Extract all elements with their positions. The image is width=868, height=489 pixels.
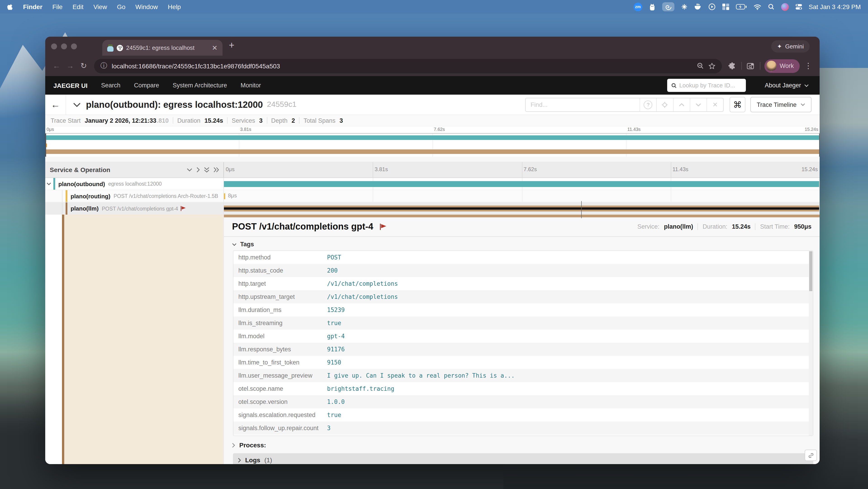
- collapse-span-chevron[interactable]: [46, 182, 51, 185]
- menubar-item-file[interactable]: File: [53, 3, 63, 10]
- sidebar-search-icon[interactable]: [744, 59, 757, 73]
- next-result-icon[interactable]: [690, 98, 707, 111]
- focus-span-icon[interactable]: [656, 98, 673, 111]
- menubar-clock[interactable]: Sat Jan 3 4:29 PM: [809, 3, 861, 10]
- back-to-search-button[interactable]: ←: [45, 95, 66, 115]
- browser-tab[interactable]: 24559c1: egress localhost ✕: [102, 40, 222, 56]
- tag-key: llm.duration_ms: [238, 307, 327, 313]
- trace-view-selector[interactable]: Trace Timeline: [750, 97, 811, 112]
- menubar-app-name[interactable]: Finder: [23, 3, 42, 10]
- span-row-outbound[interactable]: plano(outbound) egress localhost:12000: [45, 178, 819, 190]
- trace-id-lookup[interactable]: [667, 79, 746, 92]
- zoom-window-button[interactable]: [71, 44, 77, 49]
- battery-icon[interactable]: [736, 2, 747, 11]
- control-center-icon[interactable]: [796, 2, 802, 11]
- profile-label: Work: [780, 62, 794, 69]
- wifi-icon[interactable]: [753, 2, 761, 11]
- tag-row[interactable]: llm.response_bytes91176: [234, 343, 813, 356]
- zoom-app-icon[interactable]: zm: [634, 2, 642, 11]
- tag-row[interactable]: llm.user_message_previewI give up. Can I…: [234, 369, 813, 382]
- docker-status-icon[interactable]: [694, 2, 702, 11]
- nav-system-architecture[interactable]: System Architecture: [173, 82, 227, 89]
- new-tab-button[interactable]: +: [229, 40, 235, 51]
- keyboard-shortcuts-button[interactable]: ⌘: [730, 97, 745, 112]
- site-info-icon[interactable]: ⓘ: [100, 62, 107, 70]
- tag-row[interactable]: otel.scope.namebrightstaff.tracing: [234, 382, 813, 395]
- address-bar[interactable]: ⓘ localhost:16686/trace/24559c1fc313bc1e…: [94, 59, 722, 73]
- tick-label: 3.81s: [375, 166, 388, 173]
- prev-result-icon[interactable]: [673, 98, 690, 111]
- logs-section-toggle[interactable]: Logs (1): [233, 453, 813, 464]
- reload-button[interactable]: ↻: [77, 59, 90, 73]
- find-help-icon[interactable]: ?: [640, 98, 656, 111]
- zoom-out-icon[interactable]: [697, 62, 704, 69]
- spiral-status-icon[interactable]: [662, 2, 674, 11]
- llama-status-icon[interactable]: [649, 2, 655, 11]
- span-bar-llm[interactable]: [224, 206, 819, 211]
- jaeger-brand[interactable]: JAEGER UI: [53, 82, 88, 89]
- menubar-item-window[interactable]: Window: [135, 3, 158, 10]
- tag-row[interactable]: http.target/v1/chat/completions: [234, 277, 813, 290]
- tab-close-icon[interactable]: ✕: [212, 45, 218, 51]
- span-row-llm-selected[interactable]: plano(llm) POST /v1/chat/completions gpt…: [45, 202, 819, 214]
- snowflake-status-icon[interactable]: [681, 2, 687, 11]
- collapse-one-icon[interactable]: [187, 168, 192, 172]
- menubar-item-view[interactable]: View: [93, 3, 107, 10]
- macos-menubar: Finder File Edit View Go Window Help zm: [0, 0, 868, 13]
- tag-row[interactable]: llm.duration_ms15239: [234, 304, 813, 316]
- apple-menu-icon[interactable]: [7, 2, 13, 11]
- span-bar-routing[interactable]: [224, 193, 225, 199]
- siri-icon[interactable]: [781, 3, 789, 11]
- nav-search[interactable]: Search: [101, 82, 121, 89]
- gemini-button[interactable]: ✦ Gemini: [771, 40, 810, 53]
- profile-chip[interactable]: Work: [764, 59, 800, 73]
- collapse-header-chevron[interactable]: [73, 103, 81, 107]
- tags-section-toggle[interactable]: Tags: [224, 237, 819, 250]
- back-button[interactable]: ←: [50, 59, 63, 73]
- minimap-ruler: 0μs 3.81s 7.62s 11.43s 15.24s: [45, 126, 819, 133]
- tag-row[interactable]: llm.modelgpt-4: [234, 329, 813, 343]
- tag-row[interactable]: http.status_code200: [234, 264, 813, 277]
- span-bar-outbound[interactable]: [224, 181, 819, 187]
- tag-row[interactable]: signals.follow_up.repair.count3: [234, 422, 813, 435]
- minimize-window-button[interactable]: [61, 44, 67, 49]
- timeline-minimap[interactable]: [45, 133, 819, 157]
- tags-scrollbar[interactable]: [809, 251, 813, 436]
- play-status-icon[interactable]: [708, 2, 716, 11]
- expand-all-icon[interactable]: [214, 167, 219, 173]
- bookmark-star-icon[interactable]: [708, 62, 715, 69]
- chevron-right-icon: [232, 442, 235, 448]
- tag-value: 200: [327, 267, 338, 274]
- nav-compare[interactable]: Compare: [134, 82, 159, 89]
- span-row-routing[interactable]: plano(routing) POST /v1/chat/completions…: [45, 190, 819, 202]
- deep-link-button[interactable]: [805, 450, 817, 461]
- expand-one-icon[interactable]: [196, 167, 200, 173]
- browser-menu-icon[interactable]: ⋮: [802, 59, 815, 73]
- collapse-all-icon[interactable]: [204, 167, 210, 173]
- process-section-toggle[interactable]: Process:: [224, 436, 819, 452]
- flag-icon: [380, 224, 387, 230]
- span-detail-title: POST /v1/chat/completions gpt-4: [232, 222, 387, 232]
- trace-start-label: Trace Start: [51, 117, 81, 124]
- tag-row[interactable]: signals.follow_up.repair.duration0.588: [234, 435, 813, 436]
- clear-find-icon[interactable]: ✕: [707, 98, 723, 111]
- trace-id-lookup-input[interactable]: [679, 82, 742, 89]
- tag-row[interactable]: signals.escalation.requestedtrue: [234, 408, 813, 422]
- extensions-icon[interactable]: [725, 59, 739, 73]
- nav-monitor[interactable]: Monitor: [241, 82, 261, 89]
- about-jaeger-menu[interactable]: About Jaeger: [765, 82, 809, 89]
- tag-row[interactable]: otel.scope.version1.0.0: [234, 395, 813, 408]
- close-window-button[interactable]: [51, 44, 57, 49]
- forward-button[interactable]: →: [63, 59, 77, 73]
- chevron-down-icon: [801, 103, 805, 106]
- spotlight-search-icon[interactable]: [768, 2, 774, 11]
- find-input[interactable]: [526, 98, 640, 111]
- tag-row[interactable]: http.upstream_target/v1/chat/completions: [234, 290, 813, 304]
- window-tile-icon[interactable]: [722, 2, 729, 11]
- tag-row[interactable]: llm.time_to_first_token9150: [234, 356, 813, 369]
- menubar-item-go[interactable]: Go: [117, 3, 125, 10]
- tag-row[interactable]: llm.is_streamingtrue: [234, 316, 813, 329]
- tag-row[interactable]: http.methodPOST: [234, 251, 813, 264]
- menubar-item-edit[interactable]: Edit: [72, 3, 84, 10]
- menubar-item-help[interactable]: Help: [168, 3, 181, 10]
